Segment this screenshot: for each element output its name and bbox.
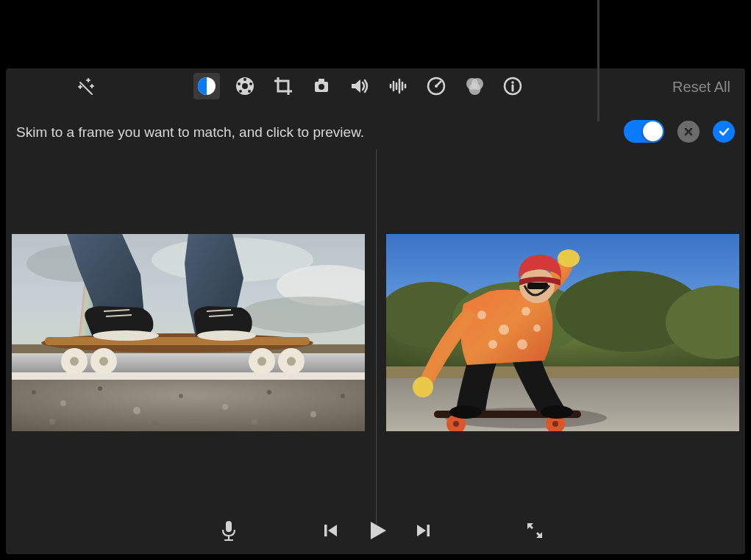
microphone-icon[interactable] <box>219 520 238 542</box>
stabilize-icon[interactable] <box>308 73 335 99</box>
svg-marker-107 <box>371 522 386 539</box>
crop-icon[interactable] <box>270 73 296 99</box>
svg-marker-20 <box>352 79 360 93</box>
reset-all-button[interactable]: Reset All <box>672 79 730 96</box>
apply-button[interactable] <box>713 121 735 143</box>
transport-bar <box>6 513 745 548</box>
svg-point-15 <box>239 90 242 93</box>
previous-icon[interactable] <box>322 522 340 539</box>
svg-point-49 <box>60 400 66 406</box>
svg-point-55 <box>310 411 316 417</box>
svg-point-53 <box>222 404 228 410</box>
fullscreen-icon[interactable] <box>525 521 544 540</box>
svg-point-92 <box>477 311 486 319</box>
svg-point-48 <box>32 390 36 394</box>
svg-point-50 <box>98 386 102 391</box>
svg-point-51 <box>133 407 140 414</box>
preview-area <box>6 149 745 503</box>
svg-point-91 <box>541 405 573 419</box>
callout-line <box>597 0 599 121</box>
next-icon[interactable] <box>414 522 432 539</box>
svg-point-57 <box>49 419 55 425</box>
cancel-button[interactable] <box>677 121 700 143</box>
svg-marker-111 <box>536 532 542 538</box>
svg-point-67 <box>257 357 266 366</box>
svg-rect-105 <box>324 525 327 536</box>
svg-line-0 <box>80 82 92 94</box>
svg-point-14 <box>248 90 251 93</box>
svg-point-87 <box>453 421 459 427</box>
svg-point-54 <box>267 390 271 394</box>
toggle-knob <box>643 121 663 141</box>
svg-point-69 <box>287 357 296 366</box>
enhance-icon[interactable] <box>72 74 99 101</box>
svg-point-96 <box>517 339 527 350</box>
svg-point-19 <box>318 84 324 90</box>
svg-point-63 <box>70 357 79 366</box>
svg-point-13 <box>249 82 252 85</box>
svg-rect-109 <box>427 525 430 536</box>
noise-reduction-icon[interactable] <box>385 73 411 99</box>
svg-point-90 <box>449 405 482 419</box>
svg-point-89 <box>552 421 558 427</box>
svg-marker-110 <box>527 523 533 529</box>
svg-point-99 <box>558 249 580 267</box>
svg-point-65 <box>99 357 108 366</box>
svg-point-11 <box>242 83 248 89</box>
instruction-text: Skim to a frame you want to match, and c… <box>16 124 364 141</box>
preview-divider <box>376 149 377 525</box>
svg-point-56 <box>341 394 345 398</box>
svg-point-94 <box>522 307 530 316</box>
svg-point-32 <box>469 83 481 95</box>
source-clip-thumbnail[interactable] <box>12 234 365 431</box>
color-balance-controls <box>624 120 735 143</box>
svg-point-97 <box>533 325 541 332</box>
svg-rect-102 <box>226 521 232 532</box>
color-balance-icon[interactable] <box>193 73 220 99</box>
svg-point-71 <box>197 330 256 341</box>
target-clip-thumbnail[interactable] <box>386 234 739 431</box>
svg-point-29 <box>435 85 438 88</box>
info-icon[interactable] <box>499 73 526 99</box>
svg-rect-101 <box>527 283 548 289</box>
speed-icon[interactable] <box>423 73 449 99</box>
play-icon[interactable] <box>366 520 388 542</box>
svg-point-16 <box>238 82 241 85</box>
viewer-panel: Reset All Skim to a frame you want to ma… <box>6 68 745 554</box>
svg-marker-108 <box>417 525 426 536</box>
svg-point-34 <box>511 81 514 84</box>
svg-point-93 <box>499 325 509 335</box>
svg-point-58 <box>152 420 159 428</box>
svg-rect-61 <box>45 337 310 345</box>
svg-point-52 <box>179 394 183 398</box>
svg-point-59 <box>252 419 257 425</box>
volume-icon[interactable] <box>346 73 373 99</box>
match-color-toggle[interactable] <box>624 120 664 143</box>
svg-point-98 <box>413 377 433 397</box>
svg-point-12 <box>243 78 246 81</box>
color-icon[interactable] <box>232 73 258 99</box>
adjustments-toolbar: Reset All <box>6 68 745 107</box>
svg-point-70 <box>93 330 159 341</box>
filters-icon[interactable] <box>461 73 488 99</box>
svg-marker-106 <box>328 525 337 536</box>
svg-rect-18 <box>318 79 324 82</box>
svg-point-95 <box>488 340 497 349</box>
